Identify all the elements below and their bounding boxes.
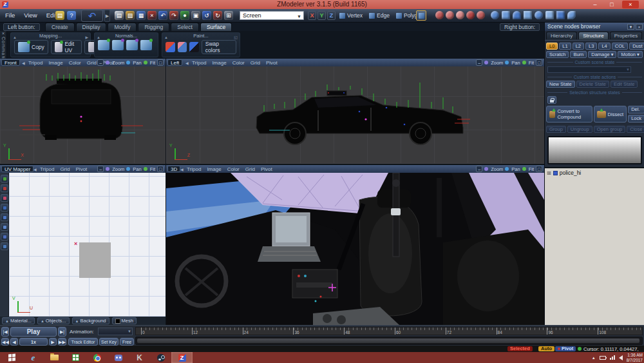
pan-button[interactable]: Pan — [133, 60, 141, 66]
paint-vertex-icon[interactable] — [178, 42, 187, 52]
panel-menu-icon[interactable]: ▶ — [85, 34, 88, 41]
manipulator-icon-4[interactable] — [466, 11, 475, 19]
pan-button[interactable]: Pan — [511, 60, 520, 66]
uv-menu-tripod[interactable]: Tripod — [40, 166, 54, 172]
active-mode-icon[interactable] — [416, 10, 426, 21]
left-viewport[interactable]: Y Z — [166, 66, 544, 164]
scene-tab-properties[interactable]: Properties — [610, 32, 642, 39]
zoom-button[interactable]: Zoom — [112, 166, 124, 172]
state-damage-button[interactable]: Damage ▾ — [588, 51, 616, 58]
primitive-icon-7[interactable] — [556, 11, 565, 19]
zoom-button[interactable]: Zoom — [112, 60, 124, 66]
axis-x-button[interactable]: X — [308, 11, 316, 20]
uv-grid-icon[interactable] — [1, 204, 8, 211]
delete-icon[interactable]: × — [147, 11, 156, 20]
normals-smooth-icon[interactable] — [126, 40, 138, 50]
viewport-maximize-button[interactable]: □ — [536, 166, 542, 172]
front-viewport[interactable]: Y X — [0, 66, 166, 164]
taskbar-steam-button[interactable] — [150, 352, 171, 363]
set-key-button[interactable]: Set Key — [99, 338, 118, 346]
uv-reject-icon[interactable] — [1, 184, 8, 192]
new-file-icon[interactable]: ▤ — [115, 11, 124, 20]
primitive-icon-1[interactable] — [491, 11, 499, 19]
taskbar-internet-explorer-button[interactable]: e — [23, 352, 44, 363]
threed-menu-grid[interactable]: Grid — [245, 166, 255, 172]
zoom-button[interactable]: Zoom — [491, 60, 503, 66]
dissect-button[interactable]: Dissect — [594, 106, 627, 123]
tab-modify[interactable]: Modify — [108, 23, 137, 31]
layer-l3-button[interactable]: L3 — [585, 43, 597, 50]
timeline-scrollbar[interactable] — [135, 337, 643, 345]
taskbar-file-explorer-button[interactable] — [44, 352, 65, 363]
layer-col-button[interactable]: COL — [612, 43, 628, 50]
scene-state-dropdown[interactable]: ▼ — [547, 66, 631, 73]
close-button[interactable]: × — [622, 1, 639, 8]
undo-expand-arrow[interactable]: ▶ — [104, 10, 110, 22]
threed-menu-image[interactable]: Image — [207, 166, 221, 172]
primitive-icon-8[interactable] — [567, 11, 576, 19]
save-icon[interactable]: ▦ — [137, 11, 146, 20]
scrollbar-thumb[interactable] — [137, 338, 639, 343]
edit-uv-button[interactable]: Edit UV — [51, 40, 82, 54]
scene-tab-structure[interactable]: Structure — [578, 32, 608, 39]
tab-display[interactable]: Display — [76, 23, 107, 31]
layer-dust-button[interactable]: Dust — [629, 43, 644, 50]
paint-brush-icon[interactable] — [166, 42, 175, 52]
battery-icon[interactable] — [600, 356, 606, 360]
step-forward-button[interactable]: ▶ — [49, 338, 57, 346]
tray-expand-icon[interactable]: ▲ — [592, 356, 596, 360]
pan-button[interactable]: Pan — [133, 166, 141, 172]
free-mode-button[interactable]: Free mode — [120, 338, 134, 346]
go-first-frame-button[interactable]: |◀ — [1, 327, 9, 337]
manipulator-icon-5[interactable] — [477, 11, 485, 19]
rotate-cw-icon[interactable]: ↻ — [213, 11, 222, 20]
viewport-minus-button[interactable]: – — [97, 166, 104, 172]
swap-colors-button[interactable]: Swap colors — [202, 40, 236, 54]
help-icon[interactable]: ? — [67, 11, 76, 20]
left-menu-tripod[interactable]: Tripod — [192, 60, 206, 66]
primitive-icon-5[interactable] — [535, 11, 543, 19]
primitive-icon-4[interactable] — [524, 11, 532, 19]
playback-speed-button[interactable]: 1x — [19, 338, 48, 346]
fast-forward-button[interactable]: ▶▶ — [58, 338, 66, 346]
zoom-button[interactable]: Zoom — [491, 166, 503, 172]
normals-calculate-icon[interactable] — [98, 40, 109, 50]
taskbar-discord-button[interactable] — [108, 352, 129, 363]
copy-mapping-button[interactable]: Copy — [14, 40, 48, 54]
open-folder-icon[interactable]: ▨ — [126, 11, 135, 20]
threed-menu-tripod[interactable]: Tripod — [187, 166, 201, 172]
uv-commit-icon[interactable] — [1, 175, 8, 182]
paint-fill-icon[interactable] — [189, 42, 199, 52]
go-last-frame-button[interactable]: ▶| — [58, 327, 66, 337]
uv-mapper-viewport[interactable]: × V U — [9, 173, 166, 317]
menu-file[interactable]: File — [5, 12, 15, 19]
rotate-ccw-icon[interactable]: ↺ — [202, 11, 211, 20]
lock-button[interactable]: Lock — [628, 115, 644, 123]
big-undo-button[interactable]: ↶ — [81, 10, 103, 22]
state-scratch-button[interactable]: Scratch — [546, 51, 569, 58]
tab-create[interactable]: Create — [45, 23, 75, 31]
left-menu-image[interactable]: Image — [212, 60, 226, 66]
uv-menu-pivot[interactable]: Pivot — [76, 166, 88, 172]
close-panel-icon[interactable]: × — [636, 24, 643, 30]
mode-vertex-button[interactable]: Vertex — [337, 11, 365, 20]
left-menu-pivot[interactable]: Pivot — [266, 60, 278, 66]
primitive-icon-3[interactable] — [513, 11, 521, 19]
scene-tab-hierarchy[interactable]: Hierarchy — [546, 32, 577, 39]
new-state-button[interactable]: New State — [546, 81, 575, 88]
tree-node-police-hi[interactable]: ⊞ police_hi — [545, 168, 644, 177]
play-button[interactable]: Play — [10, 327, 57, 337]
front-menu-tripod[interactable]: Tripod — [28, 60, 43, 66]
mode-edge-button[interactable]: Edge — [367, 11, 392, 20]
fit-button[interactable]: Fit — [150, 60, 155, 66]
uv-globe-icon[interactable] — [1, 242, 8, 250]
material-icon[interactable]: ▣ — [191, 11, 200, 20]
fit-button[interactable]: Fit — [150, 166, 155, 172]
lock-selection-button[interactable] — [547, 96, 556, 104]
front-menu-grid[interactable]: Grid — [87, 60, 97, 66]
taskbar-zmodeler-button[interactable]: Z — [171, 352, 193, 363]
tab-rigging[interactable]: Rigging — [138, 23, 169, 31]
track-editor-button[interactable]: Track Editor — [68, 338, 98, 346]
volume-icon[interactable] — [619, 355, 623, 360]
menu-view[interactable]: View — [24, 12, 37, 19]
